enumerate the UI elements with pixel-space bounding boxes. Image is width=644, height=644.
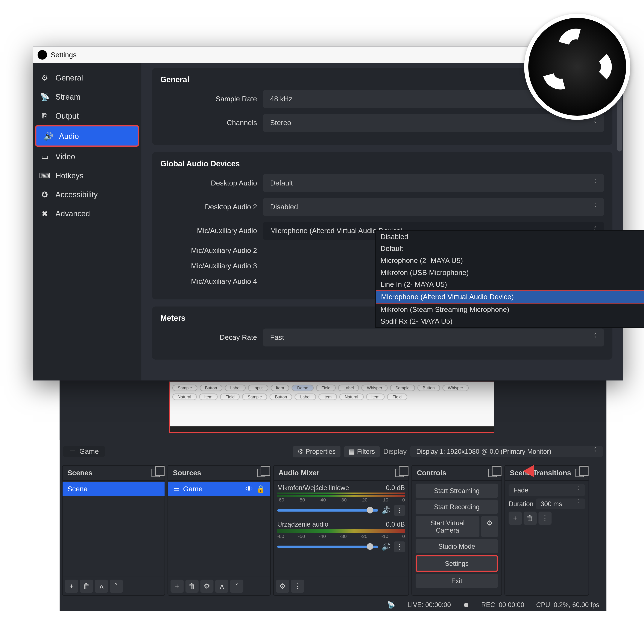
device-label: Mic/Auxiliary Audio 3 (160, 262, 263, 270)
record-icon: ⏺ (463, 601, 469, 608)
display-label: Display (383, 447, 407, 456)
annotation-arrow (523, 465, 534, 477)
start-recording-button[interactable]: Start Recording (416, 500, 498, 514)
properties-button[interactable]: ⚙ Properties (293, 446, 340, 457)
source-up-button[interactable]: ʌ (215, 580, 228, 593)
status-bar: 📡 LIVE: 00:00:00 ⏺ REC: 00:00:00 CPU: 0.… (60, 598, 606, 611)
device-label: Mic/Auxiliary Audio 4 (160, 277, 263, 286)
cpu-status: CPU: 0.2%, 60.00 fps (536, 601, 599, 608)
transition-select[interactable]: Fade ˄˅ (509, 484, 585, 496)
nav-output[interactable]: ⎘Output (33, 106, 141, 125)
output-icon: ⎘ (40, 111, 49, 120)
device-label: Mic/Auxiliary Audio 2 (160, 246, 263, 255)
scenes-title: Scenes (67, 469, 93, 477)
meter-bar (277, 529, 405, 531)
dropdown-option[interactable]: Mikrofon (Steam Streaming Microphone) (376, 304, 644, 316)
virtual-camera-settings-button[interactable]: ⚙ (481, 516, 498, 537)
live-time: 00:00:00 (425, 601, 451, 608)
speaker-icon[interactable]: 🔊 (382, 543, 391, 551)
source-item[interactable]: ▭ Game 👁 🔒 (168, 482, 270, 496)
popout-icon[interactable] (576, 469, 584, 477)
chevron-updown-icon: ˄˅ (594, 120, 597, 126)
sources-title: Sources (173, 469, 201, 477)
nav-advanced[interactable]: ✖Advanced (33, 204, 141, 223)
scene-up-button[interactable]: ʌ (95, 580, 108, 593)
add-source-button[interactable]: + (170, 580, 184, 593)
desktop-audio-2-select[interactable]: Disabled˄˅ (263, 198, 604, 216)
start-virtual-camera-button[interactable]: Start Virtual Camera (416, 516, 479, 537)
desktop-audio-select[interactable]: Default˄˅ (263, 174, 604, 192)
lock-icon[interactable]: 🔒 (256, 485, 265, 493)
channel-menu-button[interactable]: ⋮ (394, 505, 405, 516)
nav-accessibility[interactable]: ✪Accessibility (33, 185, 141, 204)
mixer-settings-button[interactable]: ⚙ (276, 580, 289, 593)
scene-down-button[interactable]: ˅ (110, 580, 123, 593)
dropdown-option-selected[interactable]: Microphone (Altered Virtual Audio Device… (376, 290, 644, 304)
source-toolbar: ▭ Game ⚙ Properties ▤ Filters Display Di… (60, 445, 606, 458)
popout-icon[interactable] (488, 469, 497, 477)
mixer-menu-button[interactable]: ⋮ (291, 580, 304, 593)
settings-sidebar: ⚙General 📡Stream ⎘Output 🔊Audio ▭Video ⌨… (33, 63, 141, 380)
eye-icon[interactable]: 👁 (246, 485, 253, 493)
channel-menu-button[interactable]: ⋮ (394, 541, 405, 552)
transition-menu-button[interactable]: ⋮ (538, 512, 551, 525)
antenna-icon: 📡 (40, 92, 49, 101)
transitions-title: Scene Transitions (510, 469, 571, 477)
monitor-icon: ▭ (69, 447, 76, 456)
nav-hotkeys[interactable]: ⌨Hotkeys (33, 166, 141, 185)
dropdown-option[interactable]: Default (376, 243, 644, 255)
start-streaming-button[interactable]: Start Streaming (416, 484, 498, 498)
studio-mode-button[interactable]: Studio Mode (416, 539, 498, 553)
nav-video[interactable]: ▭Video (33, 147, 141, 166)
preview-canvas[interactable]: SampleButtonLabelInputItemDemoFieldLabel… (169, 382, 494, 433)
obs-icon (38, 50, 47, 59)
settings-button[interactable]: Settings (416, 555, 498, 572)
sources-dock: Sources ▭ Game 👁 🔒 + 🗑 ⚙ ʌ ˅ (168, 465, 271, 596)
decay-label: Decay Rate (160, 333, 263, 342)
duration-input[interactable]: 300 ms ˄˅ (536, 498, 585, 509)
window-title: Settings (51, 51, 76, 59)
popout-icon[interactable] (152, 469, 160, 477)
dropdown-option[interactable]: Disabled (376, 231, 644, 243)
filters-button[interactable]: ▤ Filters (344, 446, 380, 457)
source-settings-button[interactable]: ⚙ (200, 580, 213, 593)
popout-icon[interactable] (257, 469, 265, 477)
source-name-label: Game (79, 447, 99, 456)
add-transition-button[interactable]: + (509, 512, 522, 525)
monitor-icon: ▭ (173, 485, 180, 493)
obs-logo (524, 14, 630, 120)
remove-source-button[interactable]: 🗑 (185, 580, 199, 593)
section-title: Global Audio Devices (160, 159, 604, 168)
dropdown-option[interactable]: Spdif Rx (2- MAYA U5) (376, 315, 644, 327)
nav-general[interactable]: ⚙General (33, 68, 141, 87)
device-label: Desktop Audio 2 (160, 203, 263, 211)
live-label: LIVE: (407, 601, 424, 608)
nav-audio[interactable]: 🔊Audio (35, 125, 139, 147)
volume-slider[interactable] (277, 509, 378, 512)
source-down-button[interactable]: ˅ (230, 580, 243, 593)
nav-stream[interactable]: 📡Stream (33, 87, 141, 106)
volume-slider[interactable] (277, 546, 378, 548)
decay-rate-select[interactable]: Fast˄˅ (263, 329, 604, 346)
exit-button[interactable]: Exit (416, 574, 498, 588)
add-scene-button[interactable]: + (65, 580, 78, 593)
meter-scale: -60-50-40-30-20-100 (277, 534, 405, 539)
scene-item[interactable]: Scena (63, 482, 165, 496)
popout-icon[interactable] (395, 469, 404, 477)
remove-transition-button[interactable]: 🗑 (524, 512, 537, 525)
chevron-updown-icon: ˄˅ (594, 334, 597, 340)
speaker-icon[interactable]: 🔊 (382, 506, 391, 515)
remove-scene-button[interactable]: 🗑 (80, 580, 93, 593)
channels-select[interactable]: Stereo˄˅ (263, 114, 604, 132)
dropdown-option[interactable]: Mikrofon (USB Microphone) (376, 267, 644, 279)
dropdown-option[interactable]: Line In (2- MAYA U5) (376, 278, 644, 290)
stepper-icon[interactable]: ˄˅ (577, 500, 580, 507)
dropdown-option[interactable]: Microphone (2- MAYA U5) (376, 255, 644, 267)
mixer-title: Audio Mixer (278, 469, 319, 477)
mic-aux-dropdown[interactable]: Disabled Default Microphone (2- MAYA U5)… (375, 230, 644, 328)
display-select[interactable]: Display 1: 1920x1080 @ 0,0 (Primary Moni… (410, 446, 603, 457)
accessibility-icon: ✪ (40, 190, 49, 199)
device-label: Desktop Audio (160, 179, 263, 187)
meter-bar (277, 495, 405, 497)
selected-source[interactable]: ▭ Game (63, 446, 105, 457)
